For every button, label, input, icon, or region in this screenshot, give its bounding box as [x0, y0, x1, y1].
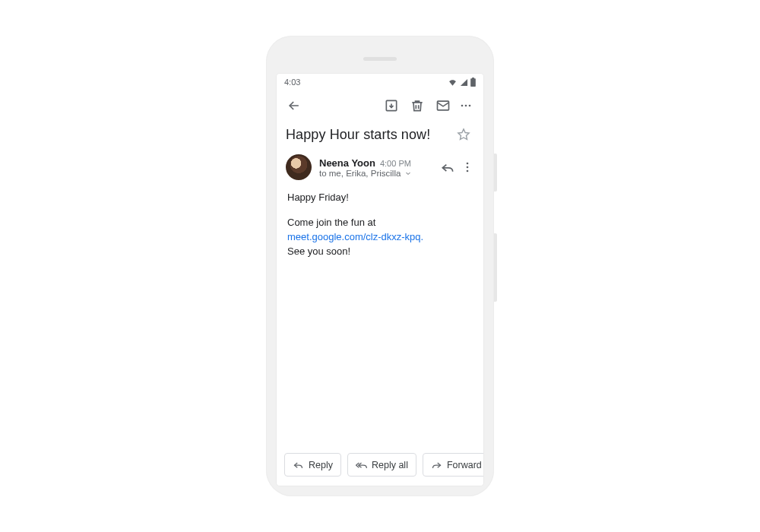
back-button[interactable]: [281, 93, 307, 119]
more-horiz-icon: [458, 98, 473, 113]
arrow-back-icon: [287, 98, 302, 113]
status-bar: 4:03: [277, 74, 483, 90]
body-paragraph: Come join the fun at meet.google.com/clz…: [287, 216, 473, 259]
svg-point-2: [461, 105, 464, 107]
body-greeting: Happy Friday!: [287, 191, 473, 205]
status-icons: [448, 78, 476, 87]
mark-unread-button[interactable]: [430, 93, 456, 119]
svg-point-6: [467, 166, 469, 169]
delete-button[interactable]: [404, 93, 430, 119]
recipients-text: to me, Erika, Priscilla: [319, 169, 401, 178]
svg-point-4: [469, 105, 471, 107]
phone-side-button: [494, 154, 497, 192]
sender-avatar[interactable]: [286, 154, 312, 180]
reply-all-icon: [356, 459, 367, 470]
message-more-button[interactable]: [459, 154, 476, 180]
sender-name: Neena Yoon: [319, 157, 375, 169]
more-vert-icon: [460, 160, 475, 175]
reply-icon-button[interactable]: [436, 154, 459, 180]
star-outline-icon: [456, 127, 471, 142]
more-button[interactable]: [456, 93, 476, 119]
phone-frame: 4:03: [266, 36, 494, 496]
email-subject: Happy Hour starts now!: [286, 127, 447, 143]
reply-icon: [293, 459, 304, 470]
mail-icon: [435, 98, 451, 113]
reply-all-label: Reply all: [372, 460, 408, 470]
phone-speaker: [363, 57, 397, 61]
phone-side-button: [494, 233, 497, 302]
body-closing: See you soon!: [287, 245, 350, 257]
bottom-actions: Reply Reply all Forward: [277, 445, 483, 486]
sender-row: Neena Yoon 4:00 PM to me, Erika, Priscil…: [277, 151, 483, 182]
screen: 4:03: [277, 74, 483, 486]
cellular-icon: [460, 78, 468, 87]
forward-icon: [431, 459, 442, 470]
svg-point-7: [467, 170, 469, 173]
email-body: Happy Friday! Come join the fun at meet.…: [277, 182, 483, 445]
app-bar: [277, 90, 483, 121]
wifi-icon: [448, 78, 458, 87]
reply-label: Reply: [309, 460, 333, 470]
forward-label: Forward: [447, 460, 482, 470]
reply-button[interactable]: Reply: [284, 453, 341, 477]
body-text: Come join the fun at: [287, 217, 375, 228]
chevron-down-icon: [404, 169, 413, 178]
reply-all-button[interactable]: Reply all: [347, 453, 416, 477]
trash-icon: [410, 98, 425, 113]
forward-button[interactable]: Forward: [423, 453, 483, 477]
archive-icon: [384, 98, 399, 113]
svg-point-3: [465, 105, 467, 107]
svg-point-5: [467, 163, 469, 165]
battery-icon: [470, 78, 476, 87]
sender-meta[interactable]: Neena Yoon 4:00 PM to me, Erika, Priscil…: [319, 157, 429, 178]
sender-time: 4:00 PM: [380, 159, 411, 168]
subject-row: Happy Hour starts now!: [277, 121, 483, 151]
reply-icon: [440, 160, 455, 175]
status-time: 4:03: [284, 78, 300, 87]
archive-button[interactable]: [378, 93, 404, 119]
meeting-link[interactable]: meet.google.com/clz-dkxz-kpq.: [287, 231, 423, 242]
recipients-line[interactable]: to me, Erika, Priscilla: [319, 169, 429, 178]
star-button[interactable]: [453, 124, 474, 145]
